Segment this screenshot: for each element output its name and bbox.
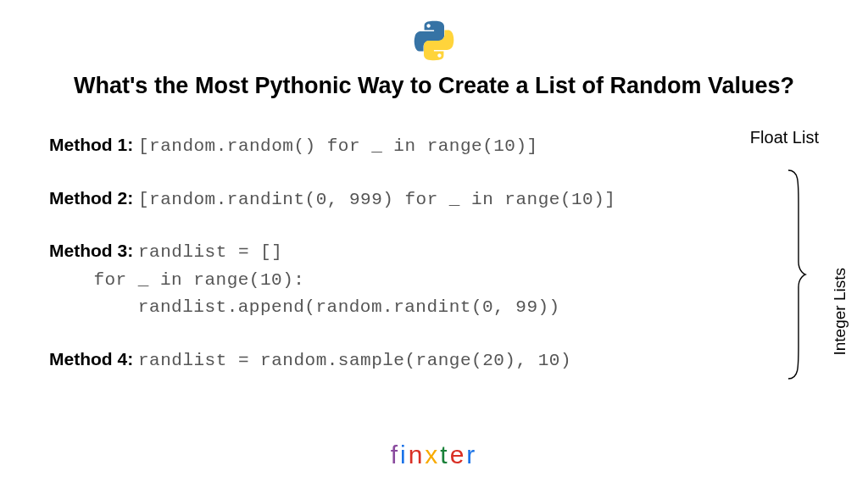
brand-letter: x	[425, 441, 440, 469]
method-2: Method 2: [random.randint(0, 999) for _ …	[49, 185, 724, 214]
method-label: Method 2	[49, 188, 127, 208]
code-line-1: randlist = []	[138, 242, 282, 262]
finxter-logo: finxter	[0, 441, 868, 469]
method-label: Method 4	[49, 349, 127, 369]
integer-lists-label: Integer Lists	[830, 268, 849, 356]
page-title: What's the Most Pythonic Way to Create a…	[34, 73, 834, 99]
methods-list: Method 1: [random.random() for _ in rang…	[34, 131, 724, 398]
method-label: Method 1	[49, 135, 127, 154]
method-4: Method 4: randlist = random.sample(range…	[49, 346, 724, 375]
float-list-label: Float List	[750, 128, 819, 147]
method-3: Method 3: randlist = [] for _ in range(1…	[49, 237, 724, 322]
method-1: Method 1: [random.random() for _ in rang…	[49, 131, 724, 161]
code-line-3: randlist.append(random.randint(0, 99))	[49, 294, 724, 322]
method-label: Method 3	[49, 241, 127, 260]
content-row: Method 1: [random.random() for _ in rang…	[34, 131, 834, 398]
brand-letter: t	[440, 441, 449, 469]
code-line-2: for _ in range(10):	[49, 267, 724, 295]
code-snippet: [random.randint(0, 999) for _ in range(1…	[138, 190, 615, 209]
curly-brace-icon	[787, 169, 807, 380]
python-icon	[414, 20, 454, 61]
brand-letter: n	[409, 441, 426, 469]
brand-letter: f	[391, 441, 400, 469]
code-snippet: randlist = random.sample(range(20), 10)	[138, 351, 571, 370]
python-logo	[34, 20, 834, 61]
brand-letter: i	[400, 441, 409, 469]
brand-letter: r	[466, 441, 477, 469]
annotations-column: Float List Integer Lists	[724, 131, 834, 394]
code-snippet: [random.random() for _ in range(10)]	[138, 136, 538, 156]
page: What's the Most Pythonic Way to Create a…	[0, 0, 868, 488]
brand-letter: e	[450, 441, 467, 469]
